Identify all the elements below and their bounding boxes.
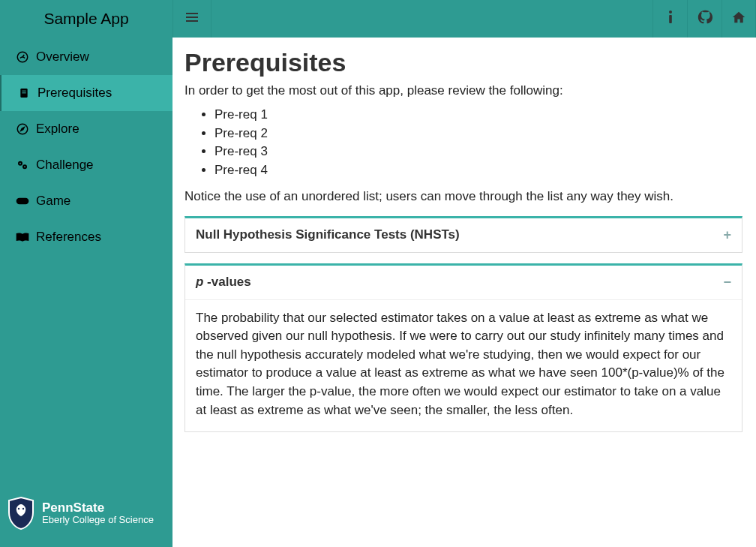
sidebar-item-prerequisites[interactable]: Prerequisites bbox=[0, 75, 172, 111]
logo-line1: PennState bbox=[42, 501, 154, 514]
expand-icon: + bbox=[723, 227, 731, 243]
content: Prerequisites In order to get the most o… bbox=[172, 38, 756, 547]
intro-text: In order to get the most out of this app… bbox=[184, 83, 742, 98]
github-icon bbox=[698, 10, 712, 28]
list-item: Pre-req 2 bbox=[214, 125, 742, 143]
sidebar-item-references[interactable]: References bbox=[0, 219, 172, 255]
toggle-sidebar-button[interactable] bbox=[172, 0, 212, 38]
sidebar-item-game[interactable]: Game bbox=[0, 183, 172, 219]
sidebar-item-label: Overview bbox=[36, 50, 89, 65]
logo-line2: Eberly College of Science bbox=[42, 514, 154, 526]
svg-rect-3 bbox=[22, 91, 26, 92]
sidebar: Sample App Overview Prerequisites Explor… bbox=[0, 0, 172, 547]
panel-nhst-header[interactable]: Null Hypothesis Significance Tests (NHST… bbox=[185, 218, 742, 252]
collapse-icon: − bbox=[723, 275, 731, 290]
gamepad-icon bbox=[15, 196, 30, 206]
sidebar-item-label: Challenge bbox=[36, 158, 94, 173]
topbar-spacer bbox=[212, 0, 652, 38]
book-icon bbox=[16, 86, 32, 100]
sidebar-item-label: Explore bbox=[36, 122, 80, 137]
svg-line-1 bbox=[22, 55, 24, 57]
sidebar-item-label: References bbox=[36, 230, 101, 245]
menu-icon bbox=[185, 11, 199, 26]
sidebar-item-challenge[interactable]: Challenge bbox=[0, 147, 172, 183]
home-icon bbox=[731, 11, 746, 27]
footer-logo: PennState Eberly College of Science bbox=[6, 496, 154, 530]
sidebar-item-label: Prerequisites bbox=[38, 86, 112, 101]
svg-point-9 bbox=[20, 163, 21, 164]
prereq-list: Pre-req 1 Pre-req 2 Pre-req 3 Pre-req 4 bbox=[184, 106, 742, 180]
svg-point-17 bbox=[669, 11, 672, 14]
panel-pvalues: p -values − The probability that our sel… bbox=[184, 263, 742, 433]
shield-icon bbox=[6, 496, 36, 530]
panel-pvalues-title-rest: -values bbox=[203, 275, 250, 289]
info-icon bbox=[667, 10, 674, 28]
sidebar-item-overview[interactable]: Overview bbox=[0, 39, 172, 75]
home-button[interactable] bbox=[722, 0, 756, 38]
panel-divider bbox=[185, 299, 742, 300]
list-item: Pre-req 1 bbox=[214, 106, 742, 125]
topbar bbox=[172, 0, 756, 38]
svg-marker-6 bbox=[21, 128, 25, 131]
svg-point-12 bbox=[18, 508, 20, 509]
svg-rect-4 bbox=[22, 92, 26, 93]
list-item: Pre-req 3 bbox=[214, 143, 742, 161]
gears-icon bbox=[15, 158, 30, 172]
dashboard-icon bbox=[15, 50, 30, 64]
panel-pvalues-header[interactable]: p -values − bbox=[185, 266, 742, 299]
sidebar-item-label: Game bbox=[36, 194, 70, 209]
note-text: Notice the use of an unordered list; use… bbox=[184, 189, 742, 204]
sidebar-nav: Overview Prerequisites Explore Challenge bbox=[0, 38, 172, 547]
svg-rect-11 bbox=[16, 198, 29, 204]
panel-nhst: Null Hypothesis Significance Tests (NHST… bbox=[184, 216, 742, 253]
panel-pvalues-title: p -values bbox=[196, 275, 251, 290]
list-item: Pre-req 4 bbox=[214, 161, 742, 180]
svg-rect-18 bbox=[669, 15, 672, 23]
main: Prerequisites In order to get the most o… bbox=[172, 0, 756, 547]
svg-point-10 bbox=[24, 166, 26, 167]
info-button[interactable] bbox=[652, 0, 687, 38]
github-button[interactable] bbox=[687, 0, 722, 38]
logo-text: PennState Eberly College of Science bbox=[42, 501, 154, 526]
panel-pvalues-body: The probability that our selected estima… bbox=[185, 308, 742, 432]
sidebar-item-explore[interactable]: Explore bbox=[0, 111, 172, 147]
svg-point-13 bbox=[22, 508, 24, 509]
open-book-icon bbox=[15, 231, 30, 243]
app-title: Sample App bbox=[0, 0, 172, 38]
page-title: Prerequisites bbox=[184, 48, 742, 77]
panel-nhst-title: Null Hypothesis Significance Tests (NHST… bbox=[196, 227, 460, 242]
compass-icon bbox=[15, 122, 30, 136]
panel-pvalues-title-italic: p bbox=[196, 275, 203, 289]
